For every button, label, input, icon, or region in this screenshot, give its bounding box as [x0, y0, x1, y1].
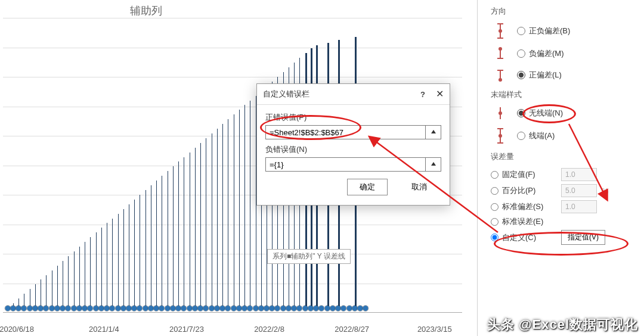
svg-point-3	[499, 29, 502, 33]
amount-fixed-row[interactable]: 固定值(F)	[491, 168, 637, 181]
watermark: 头条 @Excel数据可视化	[487, 316, 638, 334]
amount-fixed-input	[561, 168, 597, 181]
percent-unit: %	[602, 186, 609, 195]
chart-title: 辅助列	[130, 4, 162, 18]
amount-fixed-label: 固定值(F)	[502, 169, 535, 180]
plus-icon	[496, 68, 504, 82]
minus-icon	[496, 46, 504, 61]
x-label: 2022/8/27	[335, 325, 369, 334]
x-axis-labels: 2020/6/18 2021/1/4 2021/7/23 2022/2/8 20…	[3, 322, 462, 334]
format-error-bars-pane: 方向 正负偏差(B) 负偏差(M) 正偏差(L) 末端样式 无线端(N) 线端(…	[477, 0, 644, 336]
positive-error-input[interactable]	[265, 125, 426, 139]
x-label: 2021/1/4	[89, 325, 119, 334]
direction-plus-label: 正偏差(L)	[529, 70, 562, 80]
dialog-title-text: 自定义错误栏	[263, 89, 420, 99]
direction-plus-row[interactable]: 正偏差(L)	[491, 68, 637, 82]
negative-error-label: 负错误值(N)	[265, 144, 441, 155]
series-tooltip: 系列■辅助列" Y 误差线	[267, 249, 351, 264]
positive-error-label: 正错误值(P)	[265, 112, 441, 123]
nocap-icon	[496, 106, 504, 120]
amount-custom-radio[interactable]	[491, 234, 499, 241]
positive-range-picker-button[interactable]	[426, 125, 441, 139]
endstyle-section-label: 末端样式	[491, 89, 637, 100]
amount-stdev-radio[interactable]	[491, 203, 499, 211]
x-label: 2020/6/18	[0, 325, 34, 334]
endstyle-cap-label: 线端(A)	[529, 130, 555, 141]
endstyle-nocap-row[interactable]: 无线端(N)	[491, 106, 637, 120]
svg-point-15	[499, 134, 502, 138]
amount-fixed-radio[interactable]	[491, 171, 499, 179]
collapse-icon	[430, 129, 437, 136]
cap-icon	[496, 127, 504, 144]
specify-value-button[interactable]: 指定值(V)	[561, 230, 605, 245]
amount-custom-row[interactable]: 自定义(C) 指定值(V)	[491, 230, 637, 245]
cancel-button[interactable]: 取消	[400, 179, 439, 195]
amount-percent-input	[561, 184, 597, 197]
amount-custom-label: 自定义(C)	[502, 232, 536, 243]
ok-button[interactable]: 确定	[347, 179, 388, 195]
direction-section-label: 方向	[491, 6, 637, 17]
amount-sterr-row[interactable]: 标准误差(E)	[491, 216, 637, 227]
direction-minus-label: 负偏差(M)	[529, 48, 564, 59]
amount-percent-radio[interactable]	[491, 187, 499, 195]
direction-plus-radio[interactable]	[517, 71, 525, 79]
help-icon[interactable]: ?	[420, 90, 425, 99]
custom-error-bars-dialog: 自定义错误栏 ? ✕ 正错误值(P) 负错误值(N) 确定 取消	[256, 83, 450, 206]
endstyle-cap-row[interactable]: 线端(A)	[491, 127, 637, 144]
negative-range-picker-button[interactable]	[426, 157, 441, 172]
direction-both-row[interactable]: 正负偏差(B)	[491, 23, 637, 39]
dialog-titlebar[interactable]: 自定义错误栏 ? ✕	[257, 84, 450, 105]
direction-both-label: 正负偏差(B)	[529, 26, 570, 36]
collapse-icon	[430, 161, 437, 168]
amount-sterr-label: 标准误差(E)	[502, 216, 543, 227]
amount-stdev-label: 标准偏差(S)	[502, 201, 543, 212]
negative-error-input[interactable]	[265, 157, 426, 172]
svg-point-9	[499, 78, 502, 82]
amount-sterr-radio[interactable]	[491, 218, 499, 226]
endstyle-nocap-label: 无线端(N)	[529, 108, 563, 119]
direction-minus-row[interactable]: 负偏差(M)	[491, 46, 637, 61]
amount-percent-row[interactable]: 百分比(P) %	[491, 184, 637, 197]
amount-section-label: 误差量	[491, 151, 637, 162]
amount-stdev-input	[561, 200, 597, 213]
direction-minus-radio[interactable]	[517, 49, 525, 58]
close-icon[interactable]: ✕	[436, 89, 444, 99]
amount-percent-label: 百分比(P)	[502, 185, 535, 196]
amount-stdev-row[interactable]: 标准偏差(S)	[491, 200, 637, 213]
x-label: 2022/2/8	[254, 325, 284, 334]
endstyle-cap-radio[interactable]	[517, 132, 525, 140]
direction-both-radio[interactable]	[517, 27, 525, 35]
x-label: 2021/7/23	[169, 325, 204, 334]
endstyle-nocap-radio[interactable]	[517, 109, 525, 117]
svg-point-11	[499, 111, 502, 115]
both-icon	[496, 23, 504, 39]
x-label: 2023/3/15	[417, 325, 452, 334]
